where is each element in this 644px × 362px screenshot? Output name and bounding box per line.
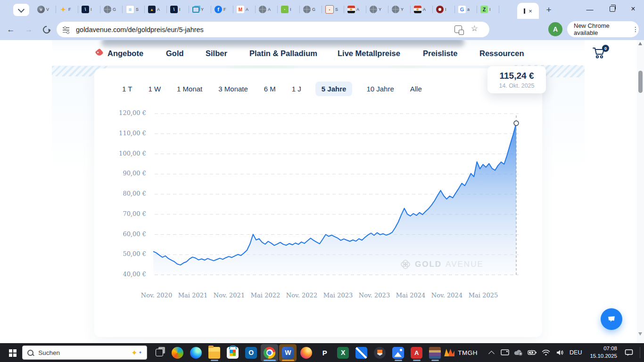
running-indicator [431, 360, 439, 361]
window-restore-button[interactable] [602, 0, 623, 18]
pinned-tab[interactable]: \I [78, 0, 100, 19]
language-indicator[interactable]: DEU [570, 349, 582, 356]
active-tab[interactable]: × [517, 3, 539, 19]
edge-taskbar-button[interactable] [187, 344, 205, 362]
y-tick-label: 100,00 € [99, 150, 146, 157]
chrome-taskbar-button[interactable] [261, 344, 278, 362]
pinned-tab[interactable]: A [411, 0, 433, 19]
onedrive-paused-icon[interactable] [514, 347, 523, 358]
cart-button[interactable]: 0 [592, 47, 608, 60]
pinned-tab[interactable]: \I [167, 0, 189, 19]
bookmark-star-icon[interactable]: ☆ [471, 24, 478, 33]
nav-item-silber[interactable]: Silber [206, 49, 227, 58]
new-tab-button[interactable]: + [542, 4, 555, 16]
chrome-update-button[interactable]: New Chrome available ⋮ [567, 21, 639, 37]
chevron-down-icon [18, 6, 25, 12]
pinned-tabs: VV✦F\IG≡S▲A\IYfFMAA·IG▪SAYYAIGaZI [34, 0, 499, 19]
pinned-tab[interactable]: ▲A [145, 0, 167, 19]
powerpoint-taskbar-button[interactable]: P [316, 344, 333, 362]
scroll-up-arrow[interactable] [638, 42, 642, 45]
forward-button[interactable]: → [23, 24, 35, 36]
snip-taskbar-button[interactable] [353, 344, 370, 362]
scrollbar-thumb[interactable] [638, 71, 643, 93]
url-text[interactable]: goldavenue.com/de/goldpreis/eur/5-jahres [76, 26, 204, 33]
taskbar-search[interactable]: Suchen ✦ ✦ [22, 346, 147, 360]
pinned-tab[interactable]: ·I [278, 0, 300, 19]
x-tick-label: Nov. 2021 [211, 292, 247, 299]
menu-dots-icon[interactable]: ⋮ [632, 25, 639, 33]
globe-favicon-icon [104, 6, 111, 13]
pinned-tab[interactable]: VV [34, 0, 56, 19]
back-button[interactable]: ← [5, 24, 17, 36]
store-taskbar-button[interactable] [224, 344, 241, 362]
address-bar[interactable]: goldavenue.com/de/goldpreis/eur/5-jahres… [57, 22, 489, 37]
reload-button[interactable] [41, 24, 53, 36]
pinned-tab[interactable]: Y [366, 0, 388, 19]
pinned-tab[interactable]: ▪S [322, 0, 344, 19]
greensq-favicon-icon: · [281, 6, 289, 13]
window-minimize-button[interactable]: — [579, 0, 601, 18]
taskbar-apps: OWPXA [150, 344, 444, 362]
tray-app-tmgh[interactable]: TMGH [444, 349, 478, 356]
flag-favicon-icon [414, 6, 421, 13]
acrobat-taskbar-button[interactable]: A [408, 344, 425, 362]
nav-item-live-metallpreise[interactable]: Live Metallpreise [338, 49, 400, 58]
nav-item-platin-palladium[interactable]: Platin & Palladium [249, 49, 317, 58]
x-tick-label: Nov. 2022 [284, 292, 320, 299]
outlook-taskbar-button[interactable]: O [242, 344, 260, 362]
pinned-tab[interactable]: A [256, 0, 278, 19]
taskbar-clock[interactable]: 07:08 15.10.2025 [590, 345, 617, 360]
pinned-tab[interactable]: G [100, 0, 123, 19]
pinned-tab[interactable]: Y [388, 0, 411, 19]
volume-icon[interactable] [555, 347, 564, 358]
pinned-tab[interactable]: ZI [477, 0, 499, 19]
pinned-tab[interactable]: ≡S [123, 0, 145, 19]
y-tick-label: 110,00 € [99, 130, 146, 137]
chat-widget-button[interactable] [601, 308, 622, 330]
nav-item-ressourcen[interactable]: Ressourcen [479, 49, 524, 58]
profile-avatar[interactable]: A [548, 22, 562, 36]
taskview-taskbar-button[interactable] [150, 344, 168, 362]
pinned-tab[interactable]: fF [211, 0, 233, 19]
store-icon [227, 347, 239, 359]
word-taskbar-button[interactable]: W [279, 344, 297, 362]
excel-taskbar-button[interactable]: X [334, 344, 352, 362]
window-close-button[interactable]: × [622, 0, 644, 18]
site-settings-icon[interactable] [63, 27, 70, 33]
tab-title-sliver: G [312, 7, 315, 12]
scrollbar[interactable] [637, 40, 644, 343]
pinned-tab[interactable]: Ga [455, 0, 477, 19]
screen: VV✦F\IG≡S▲A\IYfFMAA·IG▪SAYYAIGaZI × + — … [0, 0, 644, 362]
pinned-tab[interactable]: Y [189, 0, 211, 19]
nav-item-preisliste[interactable]: Preisliste [423, 49, 457, 58]
nav-item-angebote[interactable]: Angebote [107, 49, 143, 58]
wifi-icon[interactable] [541, 347, 551, 358]
show-desktop-button[interactable] [640, 347, 640, 358]
scroll-down-arrow[interactable] [638, 332, 642, 336]
battery-icon[interactable] [528, 347, 537, 358]
tab-title-sliver: A [356, 7, 359, 12]
pinned-tab[interactable]: A [344, 0, 366, 19]
browser-toolbar: ← → goldavenue.com/de/goldpreis/eur/5-ja… [0, 19, 644, 40]
pinned-tab[interactable]: MA [233, 0, 256, 19]
x-tick-label: Mai 2024 [393, 292, 429, 299]
close-tab-icon[interactable]: × [528, 8, 532, 15]
flag-favicon-icon [347, 6, 355, 13]
explorer-taskbar-button[interactable] [206, 344, 223, 362]
translate-icon[interactable] [454, 25, 462, 33]
notification-center-icon[interactable] [624, 347, 634, 358]
firefox-taskbar-button[interactable] [297, 344, 315, 362]
tab-search-button[interactable] [13, 4, 29, 16]
pinned-tab[interactable]: G [300, 0, 322, 19]
tray-expand-button[interactable] [487, 347, 496, 358]
pinned-tab[interactable]: ✦F [56, 0, 78, 19]
winrar-taskbar-button[interactable] [426, 344, 444, 362]
photos-taskbar-button[interactable] [389, 344, 407, 362]
pinned-tab[interactable]: I [433, 0, 455, 19]
shield-taskbar-button[interactable] [371, 344, 388, 362]
page-content: AngeboteGoldSilberPlatin & PalladiumLive… [0, 40, 644, 343]
nav-item-gold[interactable]: Gold [166, 49, 184, 58]
copilot-taskbar-button[interactable] [169, 344, 186, 362]
screen-cast-icon[interactable] [500, 347, 510, 358]
start-button[interactable] [5, 344, 20, 361]
